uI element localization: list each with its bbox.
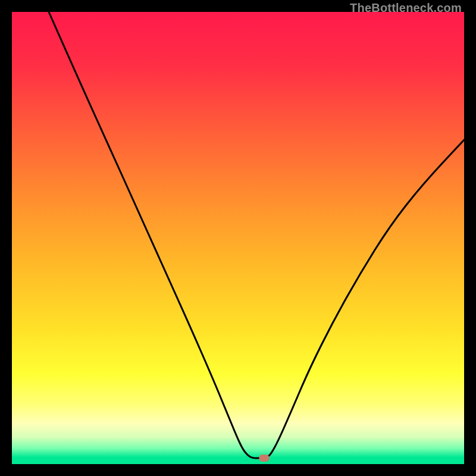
- chart-frame: TheBottleneck.com: [0, 0, 476, 476]
- watermark-text: TheBottleneck.com: [350, 1, 462, 15]
- optimum-marker: [259, 455, 270, 462]
- plot-area: [12, 12, 464, 464]
- bottleneck-curve: [12, 12, 464, 464]
